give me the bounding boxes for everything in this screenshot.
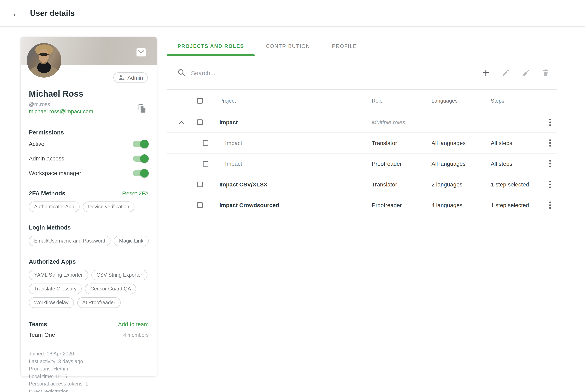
admin-badge-label: Admin (127, 74, 143, 81)
search-icon (178, 69, 186, 77)
user-email: michael.ross@impact.com (29, 108, 149, 114)
page-title: User details (30, 9, 75, 18)
login-method-chip: Magic Link (114, 236, 149, 246)
authorized-app-chip: CSV String Exporter (91, 270, 148, 280)
user-username: @m.ross (29, 101, 149, 107)
project-name: Impact (220, 119, 238, 126)
login-method-chip: Email/Username and Password (29, 236, 110, 246)
tab-projects-and-roles[interactable]: PROJECTS AND ROLES (166, 36, 255, 56)
collapse-row-button[interactable] (178, 118, 185, 126)
authorized-app-chip: Translate Glossary (29, 284, 82, 294)
row-checkbox[interactable] (197, 120, 203, 125)
project-languages: All languages (432, 160, 466, 167)
user-full-name: Michael Ross (29, 89, 149, 99)
authorized-apps-heading: Authorized Apps (29, 258, 149, 265)
add-to-team-link[interactable]: Add to team (118, 321, 149, 328)
meta-last-activity: Last activity: 3 days ago (29, 358, 149, 365)
top-app-bar: ← User details (0, 0, 585, 27)
arrow-left-icon: ← (12, 8, 21, 18)
row-checkbox[interactable] (197, 182, 203, 187)
login-methods-heading: Login Methods (29, 224, 149, 231)
toggle-label: Active (29, 140, 44, 147)
row-checkbox[interactable] (203, 140, 208, 146)
workspace-manager-toggle[interactable] (133, 170, 148, 176)
tab-profile[interactable]: PROFILE (321, 36, 368, 56)
column-header-project: Project (220, 98, 236, 104)
authorized-app-chip: Workflow delay (29, 297, 74, 308)
permission-row-workspace-manager: Workspace manager (29, 166, 149, 180)
table-header-row: Project Role Languages Steps (166, 90, 556, 112)
twofa-methods: Authenticator App Device verification (29, 202, 149, 212)
toggle-thumb (140, 169, 149, 177)
project-name: Impact (225, 140, 242, 146)
column-header-steps: Steps (491, 98, 504, 104)
project-role: Proofreader (372, 202, 402, 208)
meta-pronouns: Pronouns: He/him (29, 365, 149, 373)
toggle-thumb (140, 154, 149, 163)
project-role: Multiple roles (372, 119, 405, 126)
row-checkbox[interactable] (203, 161, 208, 166)
table-row-impact-crowdsourced: Impact Crowdsourced Proofreader 4 langua… (166, 195, 556, 215)
project-name: Impact Crowdsourced (220, 202, 279, 208)
send-email-button[interactable] (136, 48, 146, 56)
toggle-label: Workspace manager (29, 170, 81, 176)
teams-heading: Teams (29, 321, 47, 328)
row-menu-button[interactable] (548, 158, 552, 169)
user-avatar (27, 43, 61, 78)
project-steps: 1 step selected (491, 181, 529, 188)
project-languages: 4 languages (432, 202, 462, 208)
toggle-thumb (140, 140, 149, 148)
permission-row-admin-access: Admin access (29, 152, 149, 165)
tab-contribution[interactable]: CONTRIBUTION (255, 36, 321, 56)
admin-access-toggle[interactable] (133, 156, 148, 162)
user-details-panel: PROJECTS AND ROLES CONTRIBUTION PROFILE (166, 36, 556, 215)
chevron-up-icon (179, 121, 184, 124)
project-name: Impact CSV/XLSX (220, 181, 268, 188)
edit-button[interactable] (502, 69, 510, 77)
search-input[interactable] (190, 69, 482, 76)
back-button[interactable]: ← (10, 7, 23, 20)
meta-access-tokens: Personal access tokens: 1 (29, 380, 149, 388)
twofa-heading: 2FA Methods (29, 190, 65, 196)
row-menu-button[interactable] (548, 179, 552, 190)
table-row-impact-translator: Impact Translator All languages All step… (166, 133, 556, 154)
add-project-button[interactable] (482, 69, 490, 77)
table-row-impact-csv-xlsx: Impact CSV/XLSX Translator 2 languages 1… (166, 174, 556, 195)
project-steps: 1 step selected (491, 202, 529, 208)
twofa-method-chip: Authenticator App (29, 202, 80, 212)
meta-local-time: Local time: 11:15 (29, 373, 149, 380)
select-all-checkbox[interactable] (197, 98, 203, 104)
table-row-group-impact: Impact Multiple roles (166, 112, 556, 133)
reset-2fa-link[interactable]: Reset 2FA (122, 190, 149, 196)
meta-joined: Joined: 06 Apr 2020 (29, 350, 149, 358)
active-toggle[interactable] (133, 141, 148, 147)
admin-user-gear-icon (118, 74, 125, 81)
authorized-app-chip: Censor Guard QA (85, 284, 136, 294)
row-checkbox[interactable] (197, 202, 203, 208)
plus-icon (482, 69, 490, 77)
delete-button[interactable] (542, 69, 550, 77)
authorized-app-chip: AI Proofreader (77, 297, 121, 308)
clear-broom-button[interactable] (522, 69, 530, 77)
toolbar-actions (482, 69, 550, 77)
toggle-label: Admin access (29, 155, 64, 162)
project-languages: 2 languages (432, 181, 462, 188)
permission-row-active: Active (29, 137, 149, 150)
project-languages: All languages (432, 140, 466, 146)
mail-icon (136, 48, 146, 56)
authorized-apps: YAML String Exporter CSV String Exporter… (29, 270, 149, 308)
row-menu-button[interactable] (548, 138, 552, 148)
permissions-heading: Permissions (29, 129, 149, 136)
row-menu-button[interactable] (548, 200, 552, 210)
team-members-count: 4 members (123, 332, 149, 338)
project-steps: All steps (491, 140, 512, 146)
projects-toolbar (166, 56, 556, 90)
trash-icon (542, 69, 550, 77)
twofa-method-chip: Device verification (83, 202, 134, 212)
tab-bar: PROJECTS AND ROLES CONTRIBUTION PROFILE (166, 36, 556, 56)
team-row: Team One 4 members (29, 332, 149, 338)
row-menu-button[interactable] (548, 117, 552, 128)
authorized-app-chip: YAML String Exporter (29, 270, 88, 280)
project-role: Translator (372, 140, 397, 146)
admin-role-badge: Admin (113, 72, 148, 83)
